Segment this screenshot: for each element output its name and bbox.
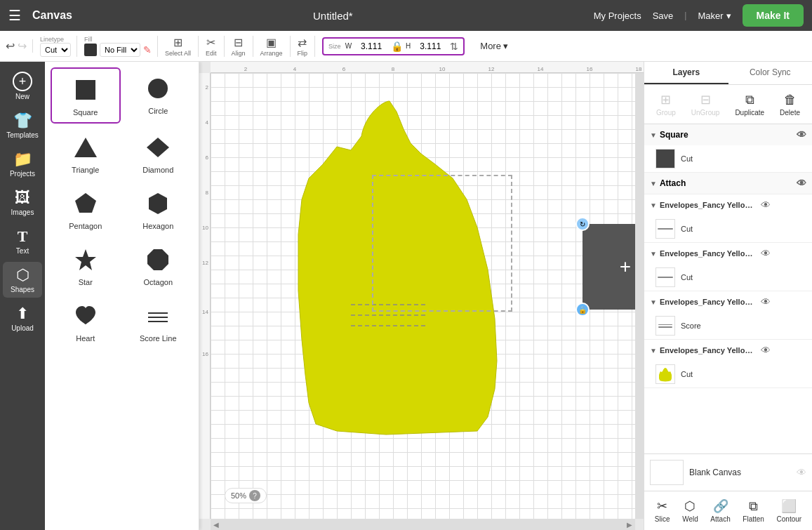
duplicate-button[interactable]: ⧉ Duplicate [732,90,767,119]
fill-color-edit[interactable]: ✎ [143,44,152,55]
height-stepper[interactable]: ⇅ [450,41,458,52]
sidebar-item-new[interactable]: + New [3,67,42,105]
env2-line-thumb [655,267,675,287]
ruler-top: 2 4 6 8 10 12 14 16 18 20 [211,62,644,73]
sidebar-item-templates[interactable]: 👕 Templates [3,107,42,143]
layer-header-square[interactable]: ▼ Square 👁 [644,124,812,145]
select-all-button[interactable]: ⊞ Select All [165,36,199,57]
contour-button[interactable]: ⬜ Contour [774,496,805,526]
right-panel: Layers Color Sync ⊞ Group ⊟ UnGroup ⧉ Du… [644,62,812,530]
layer-header-env3[interactable]: ▼ Envelopes_Fancy Yellow ... 👁 [644,291,812,312]
sidebar-item-projects[interactable]: 📁 Projects [3,146,42,182]
group-button[interactable]: ⊞ Group [653,89,679,119]
scroll-right[interactable] [635,73,644,519]
blank-canvas-row: Blank Canvas 👁 [644,453,812,491]
shape-heart[interactable]: Heart [51,295,121,348]
layer-header-env4[interactable]: ▼ Envelopes_Fancy Yellow ... 👁 [644,340,812,361]
w-label: W [345,42,352,50]
scroll-bottom[interactable]: ◀ ▶ [211,519,635,530]
yellow-shape[interactable] [281,94,498,438]
undo-button[interactable]: ↩ [6,39,15,53]
flip-button[interactable]: ⇄ Flip [298,36,316,57]
slice-button[interactable]: ✂ Slice [652,496,673,526]
canvas-label: Blank Canvas [689,468,791,477]
my-projects-button[interactable]: My Projects [594,11,641,21]
shape-star[interactable]: Star [51,239,121,292]
plus-icon: + [620,256,631,278]
align-button[interactable]: ⊟ Align [232,36,253,57]
save-button[interactable]: Save [653,11,674,21]
sidebar-item-upload[interactable]: ⬆ Upload [3,300,42,336]
attach-icon: 🔗 [713,498,728,514]
lock-icon[interactable]: 🔒 [391,41,403,52]
square-object[interactable]: + ✕ ↻ 🔒 ↙ [583,224,635,310]
arrange-button[interactable]: ▣ Arrange [260,36,291,57]
svg-marker-6 [75,249,96,270]
make-it-button[interactable]: Make It [743,4,804,27]
shape-diamond[interactable]: Diamond [124,126,194,180]
zoom-help[interactable]: ? [249,490,260,501]
eye-env3[interactable]: 👁 [761,296,771,307]
fill-color-swatch[interactable] [84,44,97,56]
size-label: Size [328,43,341,50]
sidebar-item-text[interactable]: T Text [3,223,42,259]
eye-env2[interactable]: 👁 [761,248,771,259]
edit-button[interactable]: ✂ Edit [206,36,225,57]
eye-env1[interactable]: 👁 [761,199,771,211]
layer-group-env3: ▼ Envelopes_Fancy Yellow ... 👁 Score [644,291,812,340]
shape-pentagon[interactable]: Pentagon [51,183,121,236]
layer-header-env1[interactable]: ▼ Envelopes_Fancy Yellow ... 👁 [644,194,812,216]
width-input[interactable] [354,41,388,51]
flatten-button[interactable]: ⧉ Flatten [740,496,767,526]
bottom-actions: ✂ Slice ⬡ Weld 🔗 Attach ⧉ Flatten ⬜ Cont… [644,491,812,530]
height-input[interactable] [413,41,447,51]
chevron-attach: ▼ [650,180,657,187]
fill-select[interactable]: No Fill [100,43,140,57]
shape-circle[interactable]: Circle [124,67,194,124]
shape-score-line[interactable]: Score Line [124,295,194,348]
flip-label: Flip [298,50,308,57]
shape-square[interactable]: Square [51,67,121,124]
eye-square[interactable]: 👁 [797,129,806,140]
canvas-work[interactable]: + ✕ ↻ 🔒 ↙ 3.111" 50% ? [211,73,635,519]
svg-rect-0 [76,80,95,100]
zoom-level: 50% [231,491,246,500]
ungroup-button[interactable]: ⊟ UnGroup [688,89,723,119]
eye-env4[interactable]: 👁 [761,345,771,356]
layer-group-square: ▼ Square 👁 Cut [644,124,812,173]
ruler-left: 2 4 6 8 10 12 14 16 [199,73,211,519]
more-button[interactable]: More ▾ [474,38,514,54]
maker-button[interactable]: Maker ▾ [698,11,731,21]
sidebar-item-shapes[interactable]: ⬡ Shapes [3,262,42,298]
zoom-control: 50% ? [225,488,267,503]
eye-canvas[interactable]: 👁 [797,467,806,478]
tab-layers[interactable]: Layers [644,62,728,84]
topbar: ☰ Canvas Untitled* My Projects Save | Ma… [0,0,812,31]
eye-attach[interactable]: 👁 [797,178,806,189]
attach-button[interactable]: 🔗 Attach [707,496,733,526]
sidebar-item-images[interactable]: 🖼 Images [3,185,42,220]
delete-button[interactable]: 🗑 Delete [777,90,803,119]
chevron-env2: ▼ [650,250,657,258]
layer-group-attach: ▼ Attach 👁 [644,173,812,194]
edit-label: Edit [206,50,217,57]
shape-octagon[interactable]: Octagon [124,239,194,292]
weld-icon: ⬡ [684,498,695,514]
rotate-handle[interactable]: ↻ [575,217,590,231]
shape-triangle[interactable]: Triangle [51,126,121,180]
env4-yellow-thumb [655,364,675,384]
layer-group-env1: ▼ Envelopes_Fancy Yellow ... 👁 Cut [644,194,812,243]
weld-button[interactable]: ⬡ Weld [679,496,701,526]
redo-button[interactable]: ↪ [18,39,27,53]
flatten-icon: ⧉ [749,499,758,514]
layer-item-square-cut: Cut [644,145,812,172]
canvas-area[interactable]: 2 4 6 8 10 12 14 16 18 20 2 4 6 8 10 12 … [199,62,644,530]
tab-color-sync[interactable]: Color Sync [728,62,813,84]
menu-icon[interactable]: ☰ [8,7,21,24]
lock-handle[interactable]: 🔒 [575,303,590,317]
linetype-select[interactable]: Cut [40,43,71,57]
shape-hexagon[interactable]: Hexagon [124,183,194,236]
layer-item-env3-score: Score [644,312,812,339]
layer-header-attach[interactable]: ▼ Attach 👁 [644,173,812,194]
layer-header-env2[interactable]: ▼ Envelopes_Fancy Yellow ... 👁 [644,243,812,264]
